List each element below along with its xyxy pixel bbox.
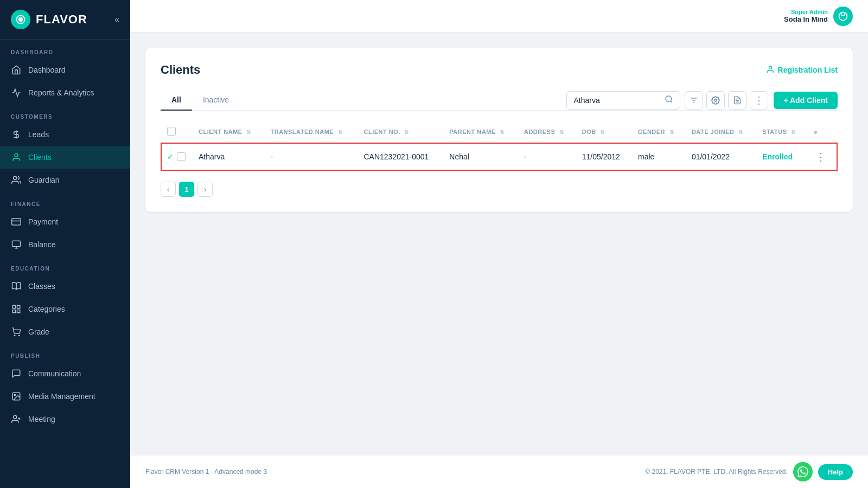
header-status[interactable]: STATUS ⇅: [756, 121, 807, 143]
section-label-dashboard: DASHBOARD: [0, 40, 130, 59]
row-expand-icon[interactable]: ✓: [167, 152, 174, 161]
sidebar-item-media[interactable]: Media Management: [0, 385, 130, 408]
tab-all[interactable]: All: [161, 90, 192, 111]
pagination-prev[interactable]: ‹: [161, 182, 176, 197]
cell-dob: 11/05/2012: [576, 143, 631, 171]
svg-rect-5: [12, 219, 21, 225]
add-client-button[interactable]: + Add Client: [774, 92, 838, 109]
settings-icon-btn[interactable]: [706, 91, 725, 110]
cell-client-name: Atharva: [192, 143, 264, 171]
sidebar-item-label-categories: Categories: [28, 305, 65, 313]
sidebar-item-label-payment: Payment: [28, 217, 58, 226]
search-icon[interactable]: [665, 95, 673, 106]
media-icon: [11, 391, 22, 402]
sort-icon-address: ⇅: [559, 129, 564, 135]
header-date-joined[interactable]: DATE JOINED ⇅: [685, 121, 756, 143]
footer-right: © 2021, FLAVOR PTE. LTD. All Rights Rese…: [645, 462, 853, 481]
page-header: Clients Registration List: [161, 63, 838, 77]
export-icon-btn[interactable]: [728, 91, 746, 110]
svg-point-23: [769, 66, 771, 69]
svg-point-4: [14, 176, 17, 179]
sidebar-item-dashboard[interactable]: Dashboard: [0, 59, 130, 81]
payment-icon: [11, 216, 22, 227]
filter-icon-btn[interactable]: [685, 91, 703, 110]
sidebar-item-categories[interactable]: Categories: [0, 298, 130, 320]
pagination-next[interactable]: ›: [197, 182, 213, 197]
header-address[interactable]: ADDRESS ⇅: [518, 121, 576, 143]
section-label-finance: FINANCE: [0, 191, 130, 210]
select-all-checkbox[interactable]: [167, 127, 176, 136]
registration-list-button[interactable]: Registration List: [766, 65, 838, 75]
svg-point-14: [14, 335, 15, 336]
content-area: Clients Registration List All Inactive: [130, 33, 868, 455]
clients-table: CLIENT NAME ⇅ TRANSLATED NAME ⇅ CLIENT N…: [161, 121, 838, 171]
header-dob[interactable]: DOB ⇅: [576, 121, 631, 143]
topbar-user: Super Admin Soda In Mind: [784, 7, 853, 26]
svg-point-15: [19, 335, 20, 336]
more-options-btn[interactable]: ⋮: [750, 91, 768, 110]
cell-address: -: [518, 143, 576, 171]
collapse-icon[interactable]: «: [114, 15, 119, 24]
header-parent-name[interactable]: PARENT NAME ⇅: [443, 121, 518, 143]
footer-version: Flavor CRM Version 1 - Advanced mode 3: [145, 468, 267, 476]
header-gender[interactable]: GENDER ⇅: [631, 121, 685, 143]
header-client-no[interactable]: CLIENT NO. ⇅: [357, 121, 443, 143]
svg-point-3: [15, 153, 18, 157]
sidebar-item-guardian[interactable]: Guardian: [0, 169, 130, 191]
sidebar-item-label-communication: Communication: [28, 369, 81, 378]
sidebar-item-leads[interactable]: Leads: [0, 123, 130, 146]
sidebar-item-label-classes: Classes: [28, 282, 55, 291]
sidebar: FLAVOR « DASHBOARD Dashboard Reports & A…: [0, 0, 130, 488]
topbar: Super Admin Soda In Mind: [130, 0, 868, 33]
header-translated-name[interactable]: TRANSLATED NAME ⇅: [264, 121, 357, 143]
sidebar-item-classes[interactable]: Classes: [0, 275, 130, 298]
sort-icon-parent-name: ⇅: [500, 129, 505, 135]
page-card: Clients Registration List All Inactive: [145, 48, 853, 212]
main-area: Super Admin Soda In Mind Clients Registr…: [130, 0, 868, 488]
tab-inactive[interactable]: Inactive: [192, 90, 240, 111]
header-checkbox-cell: [161, 121, 192, 143]
home-icon: [11, 65, 22, 75]
sort-icon-client-no: ⇅: [404, 129, 409, 135]
communication-icon: [11, 368, 22, 379]
svg-line-25: [671, 101, 673, 102]
status-badge: Enrolled: [762, 152, 793, 161]
row-checkbox[interactable]: [177, 152, 186, 161]
row-expand-cell: ✓: [161, 143, 192, 171]
svg-rect-7: [12, 241, 21, 247]
sort-icon-translated-name: ⇅: [338, 129, 343, 135]
cell-translated-name: -: [264, 143, 357, 171]
sidebar-item-reports[interactable]: Reports & Analytics: [0, 81, 130, 104]
cell-date-joined: 01/01/2022: [685, 143, 756, 171]
sidebar-item-balance[interactable]: Balance: [0, 233, 130, 256]
cell-status: Enrolled: [756, 143, 807, 171]
table-row: ✓ Atharva - CAN1232021-0001 Nehal - 11/0…: [161, 143, 838, 171]
row-more-button[interactable]: ⋮: [813, 150, 828, 163]
user-name: Soda In Mind: [784, 15, 828, 23]
section-label-education: EDUCATION: [0, 256, 130, 275]
sort-icon-dob: ⇅: [600, 129, 605, 135]
sidebar-item-clients[interactable]: Clients: [0, 146, 130, 169]
sidebar-item-label-clients: Clients: [28, 153, 52, 162]
sidebar-item-label-grade: Grade: [28, 328, 49, 336]
svg-rect-10: [12, 305, 15, 308]
sidebar-item-communication[interactable]: Communication: [0, 362, 130, 385]
svg-point-29: [714, 99, 717, 101]
sidebar-item-meeting[interactable]: Meeting: [0, 408, 130, 431]
search-input[interactable]: [573, 96, 660, 105]
sidebar-item-label-guardian: Guardian: [28, 176, 60, 184]
clients-icon: [11, 152, 22, 163]
sidebar-item-grade[interactable]: Grade: [0, 320, 130, 343]
user-info: Super Admin Soda In Mind: [784, 9, 828, 23]
pagination-page-1[interactable]: 1: [179, 182, 194, 197]
sort-icon-gender: ⇅: [669, 129, 674, 135]
cell-client-no: CAN1232021-0001: [357, 143, 443, 171]
section-label-customers: CUSTOMERS: [0, 104, 130, 123]
registration-list-label: Registration List: [778, 66, 838, 74]
header-client-name[interactable]: CLIENT NAME ⇅: [192, 121, 264, 143]
help-button[interactable]: Help: [818, 464, 853, 480]
sidebar-item-payment[interactable]: Payment: [0, 210, 130, 233]
footer: Flavor CRM Version 1 - Advanced mode 3 ©…: [130, 455, 868, 488]
sidebar-item-label-balance: Balance: [28, 240, 56, 249]
whatsapp-icon[interactable]: [793, 462, 813, 481]
